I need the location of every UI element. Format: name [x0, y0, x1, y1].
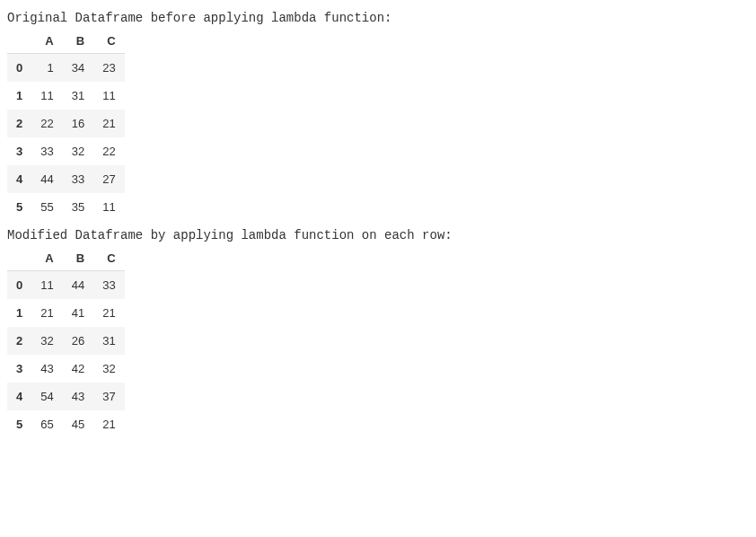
cell: 65 [31, 410, 62, 438]
cell: 1 [31, 54, 62, 83]
cell: 21 [93, 110, 124, 137]
table-row: 1 21 41 21 [7, 299, 125, 327]
cell: 22 [31, 110, 62, 137]
cell: 32 [31, 327, 62, 355]
table-row: 3 43 42 32 [7, 355, 125, 383]
row-index: 2 [7, 110, 31, 137]
dataframe-original: A B C 0 1 34 23 1 11 31 11 2 22 16 21 3 … [7, 29, 125, 221]
cell: 45 [63, 410, 93, 438]
table-row: 0 11 44 33 [7, 271, 125, 300]
row-index: 0 [7, 54, 31, 83]
cell: 37 [93, 383, 124, 410]
cell: 31 [93, 327, 124, 355]
index-header [7, 246, 31, 271]
cell: 11 [93, 193, 124, 221]
table-header-row: A B C [7, 246, 125, 271]
table-row: 2 32 26 31 [7, 327, 125, 355]
col-header: C [93, 246, 124, 271]
cell: 42 [63, 355, 93, 383]
output-heading-original: Original Dataframe before applying lambd… [7, 11, 749, 25]
row-index: 4 [7, 383, 31, 410]
cell: 11 [93, 82, 124, 110]
col-header: A [31, 29, 62, 54]
cell: 34 [63, 54, 93, 83]
col-header: B [63, 29, 93, 54]
cell: 55 [31, 193, 62, 221]
dataframe-modified: A B C 0 11 44 33 1 21 41 21 2 32 26 31 3… [7, 246, 125, 438]
index-header [7, 29, 31, 54]
col-header: B [63, 246, 93, 271]
table-row: 5 55 35 11 [7, 193, 125, 221]
cell: 35 [63, 193, 93, 221]
table-row: 3 33 32 22 [7, 137, 125, 165]
cell: 54 [31, 383, 62, 410]
row-index: 0 [7, 271, 31, 300]
col-header: A [31, 246, 62, 271]
cell: 44 [63, 271, 93, 300]
cell: 21 [93, 410, 124, 438]
cell: 43 [63, 383, 93, 410]
cell: 23 [93, 54, 124, 83]
row-index: 2 [7, 327, 31, 355]
cell: 11 [31, 271, 62, 300]
table-row: 4 54 43 37 [7, 383, 125, 410]
table-row: 1 11 31 11 [7, 82, 125, 110]
cell: 16 [63, 110, 93, 137]
row-index: 3 [7, 355, 31, 383]
table-row: 5 65 45 21 [7, 410, 125, 438]
cell: 31 [63, 82, 93, 110]
cell: 26 [63, 327, 93, 355]
row-index: 1 [7, 299, 31, 327]
cell: 21 [93, 299, 124, 327]
table-header-row: A B C [7, 29, 125, 54]
cell: 21 [31, 299, 62, 327]
table-row: 0 1 34 23 [7, 54, 125, 83]
row-index: 5 [7, 410, 31, 438]
cell: 32 [93, 355, 124, 383]
output-heading-modified: Modified Dataframe by applying lambda fu… [7, 228, 749, 242]
row-index: 4 [7, 165, 31, 193]
cell: 32 [63, 137, 93, 165]
cell: 33 [93, 271, 124, 300]
row-index: 3 [7, 137, 31, 165]
table-row: 2 22 16 21 [7, 110, 125, 137]
cell: 33 [31, 137, 62, 165]
cell: 43 [31, 355, 62, 383]
cell: 44 [31, 165, 62, 193]
row-index: 1 [7, 82, 31, 110]
cell: 27 [93, 165, 124, 193]
cell: 11 [31, 82, 62, 110]
cell: 22 [93, 137, 124, 165]
cell: 41 [63, 299, 93, 327]
cell: 33 [63, 165, 93, 193]
row-index: 5 [7, 193, 31, 221]
table-row: 4 44 33 27 [7, 165, 125, 193]
col-header: C [93, 29, 124, 54]
